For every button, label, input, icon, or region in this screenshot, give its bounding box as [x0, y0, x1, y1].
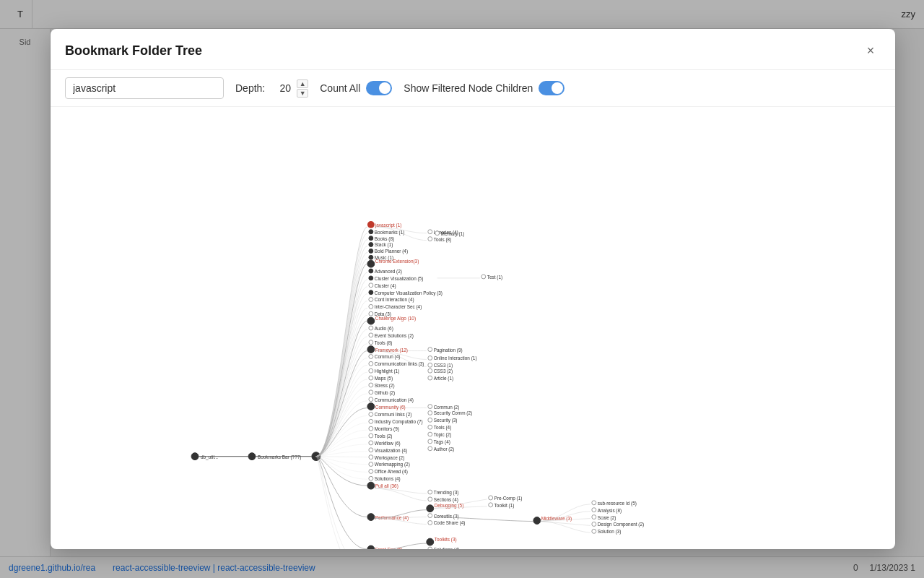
fe-child-1	[428, 547, 432, 549]
node-1	[369, 230, 373, 234]
svg-text:Coreutils (3): Coreutils (3)	[434, 514, 459, 519]
right-3	[592, 515, 596, 519]
branch-performance	[316, 457, 367, 517]
node-20	[369, 383, 373, 387]
svg-text:Cluster (4): Cluster (4)	[375, 283, 396, 289]
modal-title: Bookmark Folder Tree	[65, 43, 202, 59]
add-5	[428, 439, 432, 444]
node-21	[369, 390, 373, 394]
branch-5	[316, 252, 367, 456]
svg-text:Workflow (6): Workflow (6)	[375, 441, 401, 447]
svg-text:Commun (2): Commun (2)	[434, 405, 460, 410]
node-29	[369, 455, 373, 460]
right-1	[592, 501, 596, 505]
svg-text:Topic (2): Topic (2)	[434, 432, 452, 438]
tree-visualization[interactable]: db_util... Bookmarks Bar (???) javascrip…	[51, 107, 895, 549]
show-filtered-slider	[539, 81, 565, 95]
memory-node	[435, 231, 440, 236]
svg-text:Design Component (2): Design Component (2)	[598, 522, 644, 527]
svg-text:Author (2): Author (2)	[434, 447, 454, 452]
node-11	[369, 304, 373, 309]
node-27	[369, 441, 373, 445]
svg-text:Test (1): Test (1)	[487, 275, 502, 280]
svg-text:Tools (8): Tools (8)	[434, 237, 452, 243]
show-filtered-toggle[interactable]	[539, 81, 565, 95]
svg-text:Online Interaction (1): Online Interaction (1)	[434, 355, 477, 361]
svg-text:Cluster Visualization (5): Cluster Visualization (5)	[375, 276, 424, 282]
node-12	[369, 311, 373, 316]
svg-text:Solutions (4): Solutions (4)	[434, 547, 460, 549]
debug-child-2	[489, 503, 493, 507]
node-cluster-a	[367, 260, 375, 267]
count-all-toggle-group: Count All	[320, 81, 392, 95]
node-25	[369, 426, 373, 431]
add-2	[428, 418, 432, 422]
depth-down-button[interactable]: ▼	[297, 89, 308, 98]
fe-main	[427, 538, 434, 545]
svg-text:Chrome Extension(3): Chrome Extension(3)	[375, 259, 419, 264]
fw-child-3	[428, 363, 432, 367]
svg-text:Code Share (4): Code Share (4)	[434, 520, 466, 526]
svg-text:Pagination (9): Pagination (9)	[434, 348, 463, 353]
svg-text:Communication links (3): Communication links (3)	[375, 361, 424, 367]
right-5	[592, 529, 596, 533]
count-all-toggle[interactable]	[366, 81, 392, 95]
svg-text:Inter-Character Sec (4): Inter-Character Sec (4)	[375, 304, 422, 310]
svg-text:Monitors (9): Monitors (9)	[375, 426, 399, 432]
branch-git	[316, 457, 367, 549]
node-9	[369, 290, 373, 295]
search-input[interactable]	[65, 77, 224, 99]
show-filtered-label: Show Filtered Node Children	[404, 82, 533, 94]
node-6	[369, 269, 373, 273]
branch-prototype	[316, 457, 367, 549]
svg-text:Maps (5): Maps (5)	[375, 376, 393, 381]
node-14	[369, 333, 373, 337]
node-3	[369, 243, 373, 247]
svg-text:Solutions (4): Solutions (4)	[375, 476, 401, 482]
svg-text:Tags (4): Tags (4)	[434, 439, 450, 445]
svg-text:Toolkits (3): Toolkits (3)	[435, 537, 457, 543]
test-node	[481, 275, 486, 279]
node-26	[369, 434, 373, 438]
node-23	[369, 412, 373, 416]
depth-up-button[interactable]: ▲	[297, 79, 308, 88]
svg-text:Analysis (8): Analysis (8)	[598, 508, 622, 514]
svg-text:Github (2): Github (2)	[375, 390, 395, 396]
svg-text:Challenge Algo (10): Challenge Algo (10)	[375, 316, 416, 322]
svg-text:Commun (4): Commun (4)	[375, 354, 401, 360]
top-right-2	[428, 497, 432, 501]
node-bookmarks-bar	[248, 453, 256, 460]
svg-text:Audio (6): Audio (6)	[375, 326, 393, 332]
depth-label: Depth:	[235, 82, 265, 94]
modal-close-button[interactable]: ×	[860, 40, 881, 61]
svg-text:Community (6): Community (6)	[375, 405, 406, 410]
svg-text:Tools (4): Tools (4)	[434, 425, 452, 431]
node-22	[369, 397, 373, 402]
node-8	[369, 283, 373, 288]
right-4	[592, 522, 596, 526]
svg-text:Tools (2): Tools (2)	[375, 434, 393, 439]
svg-text:CSS3 (1): CSS3 (1)	[434, 363, 453, 368]
right-branch-5	[541, 522, 590, 533]
node-5	[369, 255, 373, 259]
svg-text:Cont Interaction (4): Cont Interaction (4)	[375, 297, 414, 303]
modal-body: db_util... Bookmarks Bar (???) javascrip…	[51, 107, 895, 549]
svg-text:Communication (4): Communication (4)	[375, 397, 414, 403]
node-13	[369, 326, 373, 330]
fw-child-1	[428, 348, 432, 352]
svg-text:Industry Computatio (7): Industry Computatio (7)	[375, 419, 423, 425]
add-4	[428, 432, 432, 436]
fw-child-5	[428, 376, 432, 380]
show-filtered-toggle-group: Show Filtered Node Children	[404, 81, 565, 95]
svg-text:Communi links (2): Communi links (2)	[375, 412, 412, 418]
node-cluster-b	[367, 317, 375, 324]
node-18	[369, 368, 373, 373]
svg-text:Sections (4): Sections (4)	[434, 497, 458, 503]
deep-cluster	[533, 517, 541, 525]
bookmark-folder-tree-modal: Bookmark Folder Tree × Depth: 20 ▲ ▼ Cou…	[51, 29, 895, 549]
node-community	[367, 403, 375, 410]
node-performance	[367, 514, 375, 521]
svg-text:Bookmarks Bar (???): Bookmarks Bar (???)	[258, 454, 302, 460]
depth-value: 20	[276, 82, 294, 94]
svg-text:Framework (12): Framework (12)	[375, 348, 408, 353]
